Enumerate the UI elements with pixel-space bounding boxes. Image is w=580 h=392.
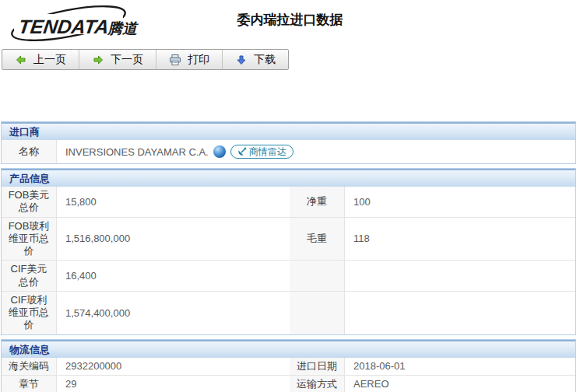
section-importer: 进口商 名称 INVERSIONES DAYAMAR C.A. 商情雷达 (1, 121, 576, 164)
field-value (345, 291, 575, 334)
section-importer-title: 进口商 (2, 122, 575, 140)
field-value: AEREO (345, 375, 575, 392)
table-row: FOB美元总价 15,800 净重 100 (2, 187, 575, 217)
table-row: CIF美元总价 16,400 (2, 260, 575, 291)
field-label (290, 260, 345, 291)
field-label (290, 291, 345, 334)
arrow-right-icon (92, 54, 104, 66)
arrow-down-icon (235, 54, 248, 66)
importer-name-cell: INVERSIONES DAYAMAR C.A. 商情雷达 (57, 140, 575, 163)
prev-page-label: 上一页 (33, 53, 66, 67)
field-value: 2932200000 (57, 358, 290, 375)
field-value: 15,800 (57, 187, 290, 217)
field-label: CIF玻利维亚币总价 (2, 291, 57, 334)
field-value (345, 260, 575, 291)
field-value: 16,400 (57, 260, 290, 291)
section-logistics-title: 物流信息 (2, 340, 575, 358)
field-value: 100 (345, 187, 575, 217)
field-label: 海关编码 (2, 358, 57, 375)
field-value: 118 (345, 217, 575, 261)
page-header: TENDATA 腾道 委内瑞拉进口数据 (0, 0, 580, 47)
download-button[interactable]: 下载 (223, 50, 288, 69)
next-page-button[interactable]: 下一页 (79, 50, 156, 69)
globe-icon[interactable] (213, 145, 226, 158)
field-value: 1,516,800,000 (57, 217, 290, 261)
page-title: 委内瑞拉进口数据 (0, 11, 580, 29)
next-page-label: 下一页 (111, 53, 143, 67)
importer-name-value: INVERSIONES DAYAMAR C.A. (65, 146, 209, 158)
table-row: CIF玻利维亚币总价 1,574,400,000 (2, 291, 575, 334)
section-product-title: 产品信息 (2, 169, 575, 187)
field-label: CIF美元总价 (2, 260, 57, 291)
toolbar: 上一页 下一页 打印 下载 (2, 49, 289, 70)
arrow-left-icon (15, 54, 27, 66)
print-button[interactable]: 打印 (156, 50, 223, 69)
printer-icon (169, 54, 181, 66)
table-row: FOB玻利维亚币总价 1,516,800,000 毛重 118 (2, 217, 575, 261)
prev-page-button[interactable]: 上一页 (2, 50, 79, 69)
field-label: 毛重 (290, 217, 345, 261)
field-value: 1,574,400,000 (57, 291, 290, 334)
field-label: FOB美元总价 (2, 187, 57, 217)
field-label: 章节 (2, 375, 57, 392)
field-label: FOB玻利维亚币总价 (2, 217, 57, 261)
table-row: 海关编码 2932200000 进口日期 2018-06-01 (2, 358, 575, 375)
importer-name-label: 名称 (2, 140, 57, 163)
download-label: 下载 (254, 53, 276, 67)
section-logistics: 物流信息 海关编码 2932200000 进口日期 2018-06-01 章节 … (1, 339, 576, 392)
business-radar-label: 商情雷达 (249, 145, 286, 159)
section-product: 产品信息 FOB美元总价 15,800 净重 100 FOB玻利维亚币总价 1,… (1, 168, 576, 335)
radar-dish-icon (237, 147, 247, 156)
field-value: 2018-06-01 (345, 358, 575, 375)
field-label: 净重 (290, 187, 345, 217)
table-row: 章节 29 运输方式 AEREO (2, 375, 575, 392)
field-value: 29 (57, 375, 290, 392)
print-label: 打印 (188, 53, 209, 67)
field-label: 进口日期 (290, 358, 345, 375)
field-label: 运输方式 (290, 375, 345, 392)
importer-name-row: 名称 INVERSIONES DAYAMAR C.A. 商情雷达 (2, 140, 575, 163)
business-radar-button[interactable]: 商情雷达 (230, 145, 294, 159)
